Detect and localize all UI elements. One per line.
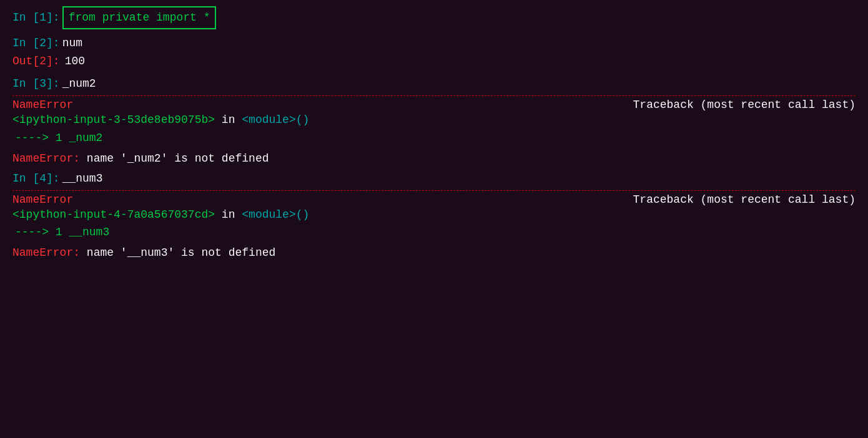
- cell-2: In [2]: num Out[2]: 100: [12, 34, 856, 71]
- bracket-num-4: 4: [39, 172, 46, 185]
- traceback-header-3: NameError Traceback (most recent call la…: [12, 99, 856, 111]
- error-type-3: NameError: [12, 99, 73, 111]
- dashed-divider-4: [12, 190, 856, 191]
- error-message-3: NameError: name '_num2' is not defined: [12, 152, 856, 165]
- file-ref-line-4: <ipython-input-4-7a0a567037cd> in <modul…: [12, 206, 856, 224]
- cell-2-code: num: [62, 34, 82, 52]
- bracket-num-2-out: 2: [39, 55, 46, 67]
- arrow-4: ----> 1 __num3: [15, 223, 109, 241]
- cell-4: In [4]: __num3 NameError Traceback (most…: [12, 170, 856, 259]
- prompt-in-3: In [3]:: [12, 75, 60, 93]
- prompt-in-4: In [4]:: [12, 170, 60, 188]
- traceback-label-4: Traceback (most recent call last): [633, 193, 856, 206]
- error-detail-4: name '__num3' is not defined: [80, 246, 275, 259]
- cell-1-code[interactable]: from private import *: [62, 6, 217, 29]
- cell-1: In [1]: from private import *: [12, 6, 856, 29]
- prompt-in-2: In [2]:: [12, 34, 60, 52]
- prompt-in-1: In [1]:: [12, 9, 60, 27]
- in-keyword-3: in: [215, 111, 242, 129]
- error-type-4: NameError: [12, 193, 73, 206]
- traceback-label-3: Traceback (most recent call last): [633, 99, 856, 111]
- cell-2-output: 100: [65, 52, 85, 71]
- error-prefix-3: NameError:: [12, 152, 80, 165]
- bracket-num-3: 3: [39, 77, 46, 90]
- file-ref-3: <ipython-input-3-53de8eb9075b>: [12, 111, 215, 129]
- module-ref-4: <module>(): [242, 206, 309, 224]
- cell-4-code: __num3: [62, 170, 103, 188]
- cell-3: In [3]: _num2 NameError Traceback (most …: [12, 75, 856, 164]
- prompt-out-2: Out[2]:: [12, 52, 60, 71]
- bracket-num-1: 1: [39, 11, 46, 24]
- module-ref-3: <module>(): [242, 111, 309, 129]
- file-ref-4: <ipython-input-4-7a0a567037cd>: [12, 206, 215, 224]
- in-keyword-4: in: [215, 206, 242, 224]
- traceback-header-4: NameError Traceback (most recent call la…: [12, 193, 856, 206]
- file-ref-line-3: <ipython-input-3-53de8eb9075b> in <modul…: [12, 111, 856, 129]
- error-detail-3: name '_num2' is not defined: [80, 152, 269, 165]
- dashed-divider-3: [12, 95, 856, 96]
- arrow-line-4: ----> 1 __num3: [12, 223, 856, 241]
- arrow-3: ----> 1 _num2: [15, 129, 102, 147]
- error-message-4: NameError: name '__num3' is not defined: [12, 246, 856, 259]
- error-prefix-4: NameError:: [12, 246, 80, 259]
- cell-3-code: _num2: [62, 75, 96, 93]
- bracket-num-2-in: 2: [39, 37, 46, 49]
- arrow-line-3: ----> 1 _num2: [12, 129, 856, 147]
